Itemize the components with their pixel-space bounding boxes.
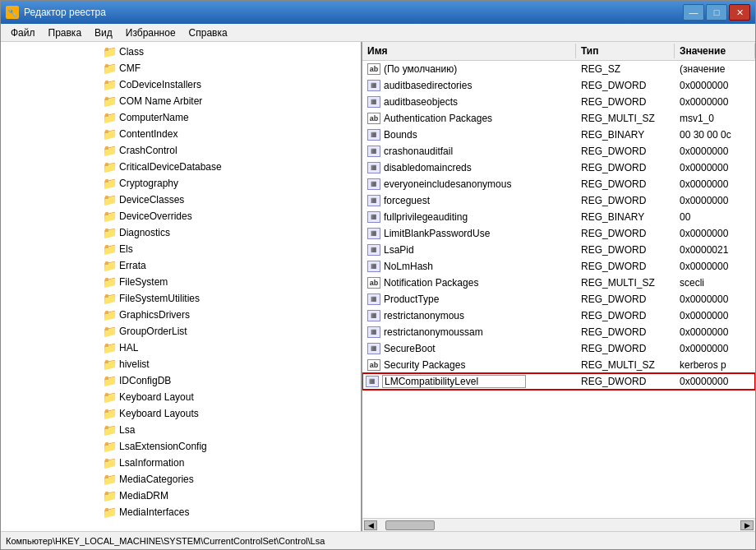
registry-body: ab (По умолчанию) REG_SZ (значение ▦ aud…: [362, 61, 755, 518]
folder-icon: 📁: [103, 226, 117, 239]
reg-row-fullprivilegeauditing[interactable]: ▦ fullprivilegeauditing REG_BINARY 00: [362, 209, 755, 225]
scroll-left-btn[interactable]: ◀: [364, 520, 377, 530]
close-button[interactable]: ✕: [729, 4, 750, 21]
menu-favorites[interactable]: Избранное: [119, 25, 182, 40]
menu-view[interactable]: Вид: [88, 25, 119, 40]
tree-item-els[interactable]: 📁 Els: [1, 241, 361, 257]
menu-edit[interactable]: Правка: [42, 25, 89, 40]
tree-item-computername[interactable]: 📁 ComputerName: [1, 109, 361, 126]
reg-name-input[interactable]: [382, 375, 526, 388]
reg-name-forceguest: ▦ forceguest: [362, 192, 576, 209]
reg-type-auditbasedirectories: REG_DWORD: [576, 77, 675, 94]
tree-item-hivelist[interactable]: 📁 hivelist: [1, 356, 361, 372]
tree-item-filesystem[interactable]: 📁 FileSystem: [1, 274, 361, 290]
folder-icon: 📁: [103, 127, 117, 141]
tree-item-cryptography[interactable]: 📁 Cryptography: [1, 175, 361, 192]
reg-icon-dword: ▦: [367, 310, 380, 321]
reg-value-limitblankpassworduse: 0x0000000: [675, 225, 755, 242]
tree-item-graphicsdrivers[interactable]: 📁 GraphicsDrivers: [1, 307, 361, 323]
status-text: Компьютер\HKEY_LOCAL_MACHINE\SYSTEM\Curr…: [6, 536, 325, 546]
reg-value-security-packages: kerberos p: [675, 357, 755, 373]
scroll-right-btn[interactable]: ▶: [740, 520, 754, 530]
reg-row-secureboot[interactable]: ▦ SecureBoot REG_DWORD 0x0000000: [362, 340, 755, 357]
folder-icon: 📁: [103, 341, 117, 354]
tree-item-deviceclasses[interactable]: 📁 DeviceClasses: [1, 192, 361, 208]
tree-item-com-name-arbiter[interactable]: 📁 COM Name Arbiter: [1, 93, 361, 109]
reg-row-lmcompatibilitylevel[interactable]: ▦ REG_DWORD 0x0000000: [362, 373, 755, 390]
tree-item-grouporderlist[interactable]: 📁 GroupOrderList: [1, 323, 361, 340]
reg-row-producttype[interactable]: ▦ ProductType REG_DWORD 0x0000000: [362, 291, 755, 307]
tree-item-codeviceinstallers[interactable]: 📁 CoDeviceInstallers: [1, 76, 361, 93]
reg-value-lsapid: 0x0000021: [675, 242, 755, 258]
tree-item-keyboard-layouts[interactable]: 📁 Keyboard Layouts: [1, 405, 361, 422]
reg-type-auth-packages: REG_MULTI_SZ: [576, 110, 675, 127]
folder-icon: 📁: [103, 423, 117, 437]
reg-row-restrictanonymoussam[interactable]: ▦ restrictanonymoussam REG_DWORD 0x00000…: [362, 324, 755, 340]
reg-value-everyoneincludesanonymous: 0x0000000: [675, 176, 755, 192]
scroll-track[interactable]: [377, 520, 740, 530]
folder-icon: 📁: [103, 275, 117, 289]
horizontal-scrollbar[interactable]: ◀ ▶: [362, 518, 755, 531]
reg-value-auth-packages: msv1_0: [675, 110, 755, 127]
reg-icon-dword: ▦: [367, 178, 380, 190]
scroll-thumb[interactable]: [385, 520, 435, 530]
tree-item-mediainterfaces[interactable]: 📁 MediaInterfaces: [1, 504, 361, 520]
tree-item-errata[interactable]: 📁 Errata: [1, 257, 361, 274]
reg-name-restrictanonymous: ▦ restrictanonymous: [362, 307, 576, 324]
reg-row-disabledomaincreds[interactable]: ▦ disabledomaincreds REG_DWORD 0x0000000: [362, 159, 755, 176]
tree-item-contentindex[interactable]: 📁 ContentIndex: [1, 126, 361, 142]
tree-item-mediacategories[interactable]: 📁 MediaCategories: [1, 471, 361, 488]
menu-help[interactable]: Справка: [182, 25, 234, 40]
reg-icon-multisz: ab: [367, 359, 380, 371]
reg-name-notification-packages: ab Notification Packages: [362, 275, 576, 291]
tree-item-class[interactable]: 📁 Class: [1, 44, 361, 60]
reg-row-limitblankpassworduse[interactable]: ▦ LimitBlankPasswordUse REG_DWORD 0x0000…: [362, 225, 755, 242]
reg-row-auditbasedirectories[interactable]: ▦ auditbasedirectories REG_DWORD 0x00000…: [362, 77, 755, 94]
reg-value-secureboot: 0x0000000: [675, 340, 755, 357]
reg-icon-dword: ▦: [367, 343, 380, 354]
tree-item-deviceoverrides[interactable]: 📁 DeviceOverrides: [1, 208, 361, 224]
reg-type-lsapid: REG_DWORD: [576, 242, 675, 258]
tree-item-criticaldevicedatabase[interactable]: 📁 CriticalDeviceDatabase: [1, 159, 361, 175]
reg-name-disabledomaincreds: ▦ disabledomaincreds: [362, 159, 576, 176]
maximize-button[interactable]: □: [706, 4, 727, 21]
tree-item-lsa[interactable]: 📁 Lsa: [1, 422, 361, 438]
menu-file[interactable]: Файл: [4, 25, 42, 40]
tree-item-keyboard-layout[interactable]: 📁 Keyboard Layout: [1, 389, 361, 405]
reg-row-notification-packages[interactable]: ab Notification Packages REG_MULTI_SZ sc…: [362, 275, 755, 291]
tree-item-lsainformation[interactable]: 📁 LsaInformation: [1, 455, 361, 471]
reg-row-nolmhash[interactable]: ▦ NoLmHash REG_DWORD 0x0000000: [362, 258, 755, 275]
tree-item-hal[interactable]: 📁 HAL: [1, 340, 361, 356]
tree-item-filesystemutilities[interactable]: 📁 FileSystemUtilities: [1, 290, 361, 307]
reg-icon-dword: ▦: [367, 146, 380, 157]
reg-icon-sz: ab: [367, 63, 380, 75]
reg-row-bounds[interactable]: ▦ Bounds REG_BINARY 00 30 00 0c: [362, 127, 755, 143]
reg-row-restrictanonymous[interactable]: ▦ restrictanonymous REG_DWORD 0x0000000: [362, 307, 755, 324]
tree-item-cmf[interactable]: 📁 CMF: [1, 60, 361, 76]
reg-row-lsapid[interactable]: ▦ LsaPid REG_DWORD 0x0000021: [362, 242, 755, 258]
folder-icon: 📁: [103, 160, 117, 173]
tree-item-crashcontrol[interactable]: 📁 CrashControl: [1, 142, 361, 159]
tree-item-mediadrm[interactable]: 📁 MediaDRM: [1, 488, 361, 504]
reg-value-default: (значение: [675, 61, 755, 77]
reg-type-crashonauditfail: REG_DWORD: [576, 143, 675, 159]
tree-item-diagnostics[interactable]: 📁 Diagnostics: [1, 224, 361, 241]
minimize-button[interactable]: —: [683, 4, 704, 21]
reg-row-forceguest[interactable]: ▦ forceguest REG_DWORD 0x0000000: [362, 192, 755, 209]
menu-bar: Файл Правка Вид Избранное Справка: [1, 24, 755, 42]
window-title: Редактор реестра: [24, 7, 106, 18]
reg-row-crashonauditfail[interactable]: ▦ crashonauditfail REG_DWORD 0x0000000: [362, 143, 755, 159]
reg-row-auditbaseobjects[interactable]: ▦ auditbaseobjects REG_DWORD 0x0000000: [362, 94, 755, 110]
reg-type-secureboot: REG_DWORD: [576, 340, 675, 357]
reg-value-crashonauditfail: 0x0000000: [675, 143, 755, 159]
tree-pane-inner[interactable]: 📁 Class 📁 CMF 📁 CoDeviceInstallers 📁 CO: [1, 42, 361, 531]
reg-name-lsapid: ▦ LsaPid: [362, 242, 576, 258]
reg-row-default[interactable]: ab (По умолчанию) REG_SZ (значение: [362, 61, 755, 77]
tree-item-idconfigdb[interactable]: 📁 IDConfigDB: [1, 372, 361, 389]
reg-row-everyoneincludesanonymous[interactable]: ▦ everyoneincludesanonymous REG_DWORD 0x…: [362, 176, 755, 192]
reg-row-auth-packages[interactable]: ab Authentication Packages REG_MULTI_SZ …: [362, 110, 755, 127]
reg-icon-binary: ▦: [367, 129, 380, 141]
tree-item-lsaextensionconfig[interactable]: 📁 LsaExtensionConfig: [1, 438, 361, 455]
reg-row-security-packages[interactable]: ab Security Packages REG_MULTI_SZ kerber…: [362, 357, 755, 373]
reg-name-default: ab (По умолчанию): [362, 61, 576, 77]
